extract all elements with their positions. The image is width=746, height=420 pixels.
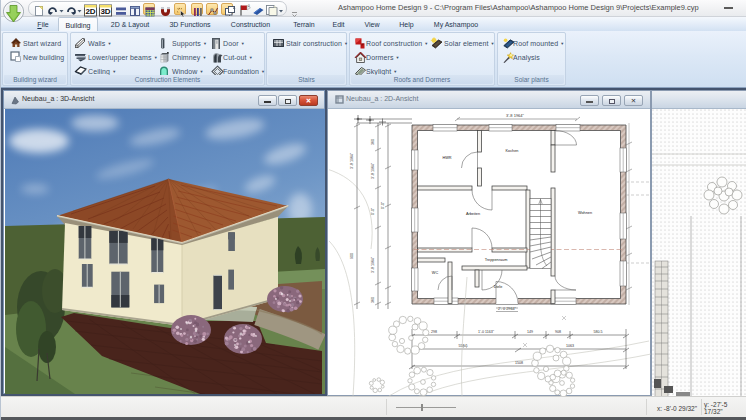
svg-text:1508: 1508: [515, 361, 523, 365]
svg-text:2D: 2D: [85, 7, 95, 16]
svg-text:908: 908: [555, 330, 561, 334]
svg-text:900: 900: [350, 253, 354, 259]
svg-text:Kochen: Kochen: [506, 149, 519, 153]
svg-text:1063: 1063: [566, 344, 574, 348]
svg-text:1'-0 1163": 1'-0 1163": [478, 330, 495, 334]
svg-text:Wohnen: Wohnen: [578, 211, 592, 215]
svg-text:360: 360: [371, 297, 375, 303]
svg-text:Treppenraum: Treppenraum: [485, 258, 508, 262]
svg-text:580.5: 580.5: [594, 330, 603, 334]
svg-text:3'-8 1964": 3'-8 1964": [350, 152, 354, 169]
svg-text:3D: 3D: [100, 7, 110, 16]
svg-text:3'-8 1964": 3'-8 1964": [371, 256, 375, 273]
svg-text:149: 149: [527, 330, 533, 334]
svg-text:Diele: Diele: [494, 285, 503, 289]
svg-text:3'-8 1964": 3'-8 1964": [506, 113, 525, 118]
svg-text:0'-0": 0'-0": [381, 201, 385, 209]
svg-text:2'- 0 2964": 2'- 0 2964": [498, 307, 517, 311]
svg-text:WC: WC: [432, 271, 439, 275]
svg-text:298: 298: [431, 330, 437, 334]
svg-text:0'-0": 0'-0": [371, 207, 375, 215]
svg-text:HWR: HWR: [442, 156, 451, 160]
svg-text:3'-8 1964": 3'-8 1964": [371, 162, 375, 179]
svg-text:360: 360: [371, 139, 375, 145]
svg-text:Arbeiten: Arbeiten: [466, 212, 480, 216]
